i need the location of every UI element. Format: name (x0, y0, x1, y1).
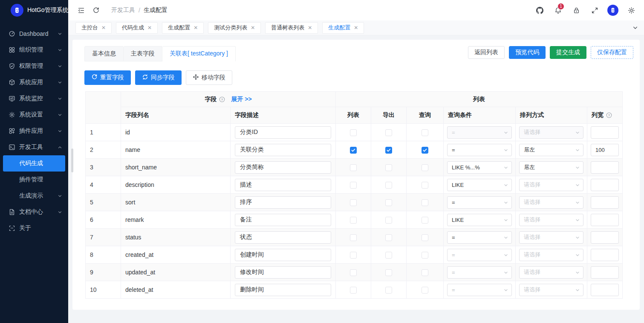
opened-tab[interactable]: 普通树表列表 ✕ (265, 22, 318, 34)
query-checkbox[interactable] (422, 164, 428, 171)
sidebar-item-plugin-app[interactable]: 插件应用 (0, 123, 68, 139)
column-width-input[interactable] (591, 284, 619, 296)
sidebar-item-doc-center[interactable]: 文档中心 (0, 204, 68, 220)
save-config-only-button[interactable]: 仅保存配置 (591, 46, 633, 59)
opened-tab[interactable]: 生成配置 ✕ (162, 22, 204, 34)
move-fields-button[interactable]: 移动字段 (186, 70, 232, 85)
settings-gear-icon[interactable] (626, 5, 637, 16)
query-condition-select[interactable]: = (447, 126, 512, 139)
close-icon[interactable]: ✕ (193, 25, 198, 30)
export-checkbox[interactable] (385, 234, 392, 241)
column-width-input[interactable] (591, 214, 619, 226)
column-width-input[interactable] (591, 126, 619, 139)
query-condition-select[interactable]: LIKE (447, 214, 512, 226)
expand-link[interactable]: 展开 >> (231, 96, 251, 103)
list-checkbox[interactable] (350, 164, 357, 171)
user-avatar[interactable] (607, 5, 618, 16)
query-condition-select[interactable]: = (447, 196, 512, 209)
sidebar-item-dashboard[interactable]: Dashboard (0, 26, 68, 42)
export-checkbox[interactable] (385, 164, 392, 171)
notification-bell-icon[interactable]: 1 (552, 5, 563, 16)
github-icon[interactable] (534, 5, 545, 16)
config-tab[interactable]: 主表字段 (124, 46, 162, 61)
sort-align-select[interactable]: 请选择 (519, 249, 583, 261)
sort-align-select[interactable]: 请选择 (519, 179, 583, 191)
query-condition-select[interactable]: = (447, 249, 512, 261)
column-width-input[interactable] (591, 249, 619, 261)
list-checkbox[interactable] (350, 199, 357, 206)
opened-tab[interactable]: 测试分类列表 ✕ (208, 22, 261, 34)
close-icon[interactable]: ✕ (251, 25, 255, 30)
export-checkbox[interactable] (385, 129, 392, 136)
list-checkbox[interactable] (350, 234, 357, 241)
query-condition-select[interactable]: = (447, 266, 512, 279)
close-icon[interactable]: ✕ (101, 25, 106, 30)
opened-tab[interactable]: 生成配置 ✕ (322, 22, 364, 34)
export-checkbox[interactable] (385, 252, 392, 259)
field-description-input[interactable]: 关联分类 (235, 144, 331, 156)
query-checkbox[interactable] (422, 147, 428, 154)
sidebar-item-org-management[interactable]: 组织管理 (0, 42, 68, 58)
sidebar-item-plugin-management[interactable]: 插件管理 (0, 172, 68, 188)
sort-align-select[interactable]: 请选择 (519, 266, 583, 279)
export-checkbox[interactable] (385, 199, 392, 206)
breadcrumb-section[interactable]: 开发工具 (111, 6, 135, 14)
field-description-input[interactable]: 删除时间 (235, 284, 331, 296)
help-circle-icon[interactable]: ? (219, 96, 225, 102)
sidebar-item-system-monitor[interactable]: 系统监控 (0, 90, 68, 107)
export-checkbox[interactable] (385, 147, 392, 154)
field-description-input[interactable]: 排序 (235, 196, 331, 209)
query-checkbox[interactable] (422, 199, 428, 206)
field-description-input[interactable]: 分类ID (235, 126, 331, 139)
sync-fields-button[interactable]: 同步字段 (135, 70, 182, 85)
reset-fields-button[interactable]: 重置字段 (84, 70, 131, 85)
sort-align-select[interactable]: 请选择 (519, 196, 583, 209)
close-icon[interactable]: ✕ (147, 25, 152, 30)
column-width-input[interactable] (591, 231, 619, 244)
help-circle-icon[interactable]: ? (606, 112, 612, 118)
query-condition-select[interactable]: LIKE (447, 179, 512, 191)
lock-screen-icon[interactable] (571, 5, 582, 16)
list-checkbox[interactable] (350, 217, 357, 224)
fullscreen-icon[interactable] (589, 5, 600, 16)
query-condition-select[interactable]: = (447, 284, 512, 296)
field-description-input[interactable]: 分类简称 (235, 161, 331, 174)
query-checkbox[interactable] (422, 217, 428, 224)
scrollbar-thumb[interactable] (71, 148, 73, 172)
sort-align-select[interactable]: 请选择 (519, 126, 583, 139)
config-tab[interactable]: 关联表[ testCategory ] (162, 46, 236, 61)
sidebar-item-permission-management[interactable]: 权限管理 (0, 58, 68, 74)
submit-generate-button[interactable]: 提交生成 (550, 46, 586, 59)
query-checkbox[interactable] (422, 182, 428, 189)
opened-tab[interactable]: 主控台 ✕ (75, 22, 112, 34)
export-checkbox[interactable] (385, 182, 392, 189)
query-checkbox[interactable] (422, 234, 428, 241)
field-description-input[interactable]: 备注 (235, 214, 331, 226)
query-checkbox[interactable] (422, 252, 428, 259)
column-width-input[interactable] (591, 196, 619, 209)
list-checkbox[interactable] (350, 287, 357, 294)
sidebar-item-about[interactable]: 关于 (0, 220, 68, 236)
export-checkbox[interactable] (385, 269, 392, 276)
list-checkbox[interactable] (350, 269, 357, 276)
sidebar-item-system-settings[interactable]: 系统设置 (0, 107, 68, 123)
query-checkbox[interactable] (422, 269, 428, 276)
close-icon[interactable]: ✕ (308, 25, 312, 30)
tabs-collapse-icon[interactable] (631, 23, 640, 32)
list-checkbox[interactable] (350, 252, 357, 259)
list-checkbox[interactable] (350, 129, 357, 136)
sidebar-item-generation-demo[interactable]: 生成演示 (0, 188, 68, 204)
sort-align-select[interactable]: 居左 (519, 161, 583, 174)
query-condition-select[interactable]: = (447, 144, 512, 156)
sort-align-select[interactable]: 居左 (519, 144, 583, 156)
preview-code-button[interactable]: 预览代码 (509, 46, 546, 59)
column-width-input[interactable] (591, 161, 619, 174)
column-width-input[interactable] (591, 266, 619, 279)
export-checkbox[interactable] (385, 217, 392, 224)
sidebar-item-system-app[interactable]: 系统应用 (0, 74, 68, 90)
query-checkbox[interactable] (422, 129, 428, 136)
query-checkbox[interactable] (422, 287, 428, 294)
collapse-sidebar-icon[interactable] (75, 5, 87, 16)
field-description-input[interactable]: 创建时间 (235, 249, 331, 261)
sort-align-select[interactable]: 请选择 (519, 231, 583, 244)
